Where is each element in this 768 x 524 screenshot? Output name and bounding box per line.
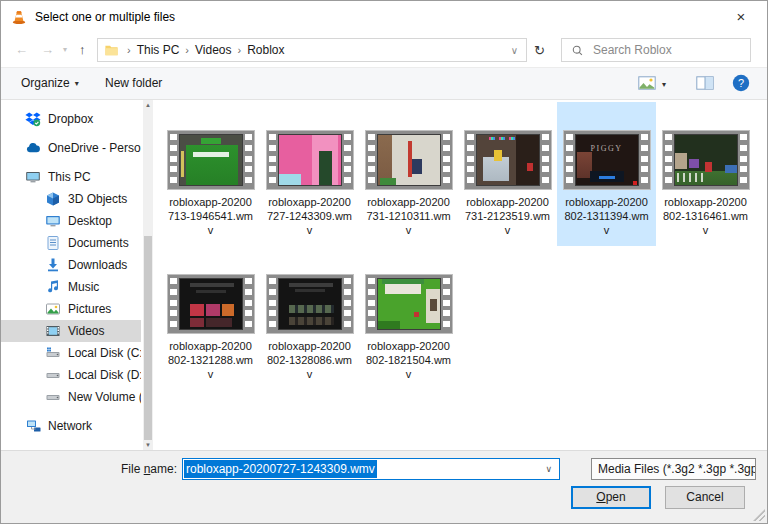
sidebar-item-local-disk-c[interactable]: Local Disk (C:) [1, 342, 141, 364]
file-item[interactable]: robloxapp-20200713-1946541.wmv [161, 102, 260, 246]
file-name-text: robloxapp-20200802-1321288.wmv [168, 339, 253, 381]
sidebar-item-label: Music [68, 280, 99, 294]
file-grid: robloxapp-20200713-1946541.wmvrobloxapp-… [153, 100, 759, 450]
file-name-text: robloxapp-20200731-1210311.wmv [366, 195, 450, 237]
preview-pane-button[interactable] [696, 76, 714, 90]
thumbnail-image [179, 134, 243, 186]
file-name-dropdown-icon[interactable]: ∨ [545, 464, 552, 474]
sidebar-item-desktop[interactable]: Desktop [1, 210, 141, 232]
sidebar-item-onedrive-person[interactable]: OneDrive - Person [1, 137, 141, 159]
sidebar-item-label: This PC [48, 170, 91, 184]
file-name-text: robloxapp-20200802-1328086.wmv [267, 339, 352, 381]
sidebar-item-dropbox[interactable]: Dropbox [1, 108, 141, 130]
recent-locations-icon[interactable]: ▾ [63, 45, 67, 54]
sidebar-item-label: Local Disk (D:) [68, 368, 141, 382]
sidebar-item-downloads[interactable]: Downloads [1, 254, 141, 276]
sidebar-item-pictures[interactable]: Pictures [1, 298, 141, 320]
breadcrumb-separator: › [185, 44, 189, 56]
sidebar-item-label: New Volume (E:) [68, 390, 141, 404]
file-item[interactable]: robloxapp-20200727-1243309.wmv [260, 102, 359, 246]
scroll-down-icon[interactable]: ▼ [143, 440, 153, 450]
thispc-icon [25, 169, 41, 185]
search-input[interactable] [591, 42, 750, 58]
breadcrumb-segment[interactable]: Roblox [247, 43, 284, 57]
back-button[interactable]: ← [15, 42, 28, 57]
file-item[interactable]: PIGGYrobloxapp-20200802-1311394.wmv [557, 102, 656, 246]
view-options-icon[interactable]: ▾ [662, 80, 666, 89]
file-name-text: robloxapp-20200713-1946541.wmv [168, 195, 253, 237]
sidebar-item-music[interactable]: Music [1, 276, 141, 298]
videos-icon [45, 323, 61, 339]
video-thumbnail [365, 274, 453, 334]
sidebar-item-label: Documents [68, 236, 129, 250]
sidebar-item-label: Dropbox [48, 112, 93, 126]
refresh-button[interactable]: ↻ [534, 43, 545, 58]
open-button[interactable]: Open [571, 486, 651, 509]
address-dropdown-icon[interactable]: ∨ [511, 45, 518, 56]
breadcrumb-segment[interactable]: This PC [137, 43, 180, 57]
video-thumbnail [167, 274, 255, 334]
resize-grip[interactable] [753, 509, 765, 521]
sidebar-item-label: Desktop [68, 214, 112, 228]
breadcrumb-segment[interactable]: Videos [195, 43, 231, 57]
sidebar-scrollbar[interactable]: ▲ ▼ [143, 100, 153, 450]
file-item[interactable]: robloxapp-20200731-2123519.wmv [458, 102, 557, 246]
breadcrumb-segments: ›This PC›Videos›Roblox [121, 43, 285, 57]
music-icon [45, 279, 61, 295]
video-thumbnail [266, 274, 354, 334]
address-bar: ← → ▾ ↑ ›This PC›Videos›Roblox ∨ ↻ [1, 33, 767, 67]
change-view-button[interactable] [638, 76, 656, 90]
file-type-select[interactable]: Media Files (*.3g2 *.3gp *.3gp2 ∨ [591, 458, 756, 480]
help-button[interactable]: ? [732, 74, 750, 92]
organize-button[interactable]: Organize▾ [21, 76, 79, 90]
thumbnail-image [179, 278, 243, 330]
onedrive-icon [25, 140, 41, 156]
sidebar-item-new-volume-e[interactable]: New Volume (E:) [1, 386, 141, 408]
sidebar-item-label: Local Disk (C:) [68, 346, 141, 360]
folder-icon [104, 43, 119, 58]
sidebar-item-label: Downloads [68, 258, 127, 272]
disk-icon [45, 367, 61, 383]
thumbnail-image [674, 134, 738, 186]
sidebar-item-documents[interactable]: Documents [1, 232, 141, 254]
title-bar: Select one or multiple files × [1, 1, 767, 33]
sidebar-item-label: Pictures [68, 302, 111, 316]
dropbox-icon [25, 111, 41, 127]
disk-system-icon [45, 345, 61, 361]
breadcrumb[interactable]: ›This PC›Videos›Roblox ∨ [97, 38, 527, 62]
sidebar-item-network[interactable]: Network [1, 415, 141, 437]
file-name-text: robloxapp-20200731-2123519.wmv [465, 195, 550, 237]
sidebar-item-local-disk-d[interactable]: Local Disk (D:) [1, 364, 141, 386]
search-box [561, 38, 751, 62]
sidebar-item-label: Network [48, 419, 92, 433]
sidebar-item-label: Videos [68, 324, 104, 338]
sidebar-item-videos[interactable]: Videos [1, 320, 141, 342]
breadcrumb-separator: › [127, 44, 131, 56]
sidebar-item-label: OneDrive - Person [48, 141, 141, 155]
breadcrumb-separator: › [238, 44, 242, 56]
scrollbar-thumb[interactable] [144, 236, 152, 440]
cube-icon [45, 191, 61, 207]
file-item[interactable]: robloxapp-20200802-1321288.wmv [161, 246, 260, 390]
thumbnail-image [278, 278, 342, 330]
file-name-text: robloxapp-20200727-1243309.wmv [267, 195, 352, 237]
file-item[interactable]: robloxapp-20200802-1328086.wmv [260, 246, 359, 390]
new-folder-button[interactable]: New folder [105, 76, 162, 90]
file-item[interactable]: robloxapp-20200802-1821504.wmv [359, 246, 458, 390]
thumbnail-image [476, 134, 540, 186]
sidebar-item-label: 3D Objects [68, 192, 127, 206]
up-button[interactable]: ↑ [79, 42, 86, 57]
scroll-up-icon[interactable]: ▲ [143, 100, 153, 110]
search-icon [571, 44, 584, 57]
window-title: Select one or multiple files [35, 10, 175, 24]
file-item[interactable]: robloxapp-20200731-1210311.wmv [359, 102, 458, 246]
file-name-input[interactable]: robloxapp-20200727-1243309.wmv ∨ [182, 458, 560, 480]
close-icon[interactable]: × [731, 7, 751, 27]
sidebar-item-3d-objects[interactable]: 3D Objects [1, 188, 141, 210]
file-item[interactable]: robloxapp-20200802-1316461.wmv [656, 102, 755, 246]
cancel-button[interactable]: Cancel [665, 486, 745, 509]
forward-button[interactable]: → [41, 42, 54, 57]
sidebar-item-this-pc[interactable]: This PC [1, 166, 141, 188]
pictures-icon [45, 301, 61, 317]
file-name-text: robloxapp-20200802-1311394.wmv [564, 195, 648, 237]
